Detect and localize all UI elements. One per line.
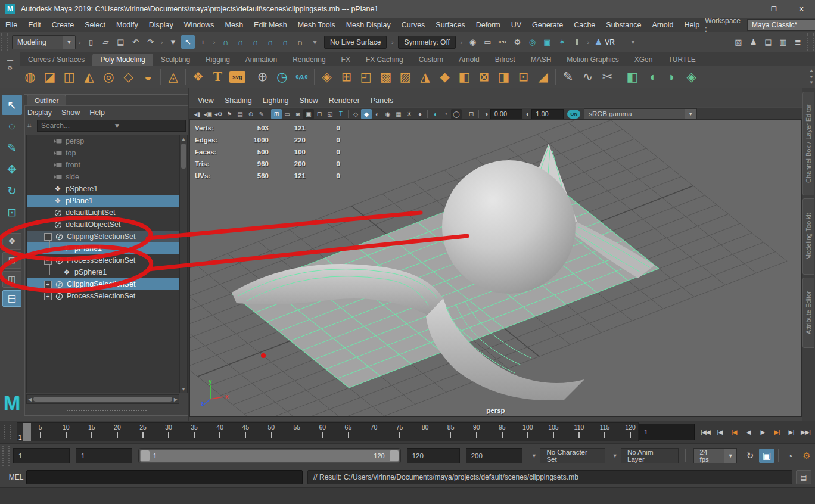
- type-tool-icon[interactable]: T: [208, 67, 228, 87]
- outliner-item-side[interactable]: side: [27, 171, 179, 183]
- shelf-tab-sculpting[interactable]: Sculpting: [153, 54, 198, 66]
- horizontal-scroll-thumb[interactable]: [33, 397, 172, 402]
- open-scene-icon[interactable]: ▱: [99, 35, 113, 49]
- redo-icon[interactable]: ↷: [144, 35, 157, 49]
- boolean-intersection-icon[interactable]: ◗: [662, 67, 682, 87]
- live-surface-field[interactable]: No Live Surface: [324, 36, 387, 49]
- panel-resize-handle[interactable]: [67, 410, 147, 411]
- side-tab-modeling-toolkit[interactable]: Modeling Toolkit: [802, 198, 814, 275]
- pause-viewport-icon[interactable]: ‖: [570, 35, 584, 49]
- fps-dropdown-arrow-icon[interactable]: ▼: [724, 449, 736, 463]
- symmetry-field[interactable]: Symmetry: Off: [398, 36, 455, 49]
- shelf-tab-arnold[interactable]: Arnold: [451, 54, 487, 66]
- shelf-tab-bifrost[interactable]: Bifrost: [487, 54, 523, 66]
- menu-set-selector[interactable]: Modeling▼: [12, 35, 76, 49]
- gate-mask-icon[interactable]: ▣: [303, 109, 314, 119]
- menu-select[interactable]: Select: [79, 21, 111, 29]
- select-tool[interactable]: ↖: [2, 95, 22, 115]
- undo-icon[interactable]: ↶: [129, 35, 142, 49]
- outliner-item-psphere1[interactable]: ❖pSphere1: [27, 183, 179, 195]
- wireframe-mode-icon[interactable]: ◇: [350, 109, 361, 119]
- play-forwards-button[interactable]: ▶: [755, 424, 770, 440]
- poly-cylinder-icon[interactable]: ◫: [60, 67, 79, 87]
- edge-flow-icon[interactable]: ◢: [533, 67, 553, 87]
- poly-disc-icon[interactable]: ◒: [138, 67, 158, 87]
- workspace-selector[interactable]: Maya Classic* ▼: [747, 19, 815, 31]
- use-default-material-icon[interactable]: ◉: [382, 109, 393, 119]
- shelf-menu-icon[interactable]: ▬: [5, 55, 15, 63]
- view-transform-dropdown-arrow-icon[interactable]: ▼: [685, 109, 696, 119]
- fps-selector[interactable]: 24 fps ▼: [693, 448, 737, 463]
- poly-sphere-icon[interactable]: ◍: [20, 67, 40, 87]
- step-forward-frame-button[interactable]: ▶|: [784, 424, 798, 440]
- ipr-render-icon[interactable]: IPR: [496, 35, 509, 49]
- menu-set-dropdown-arrow-icon[interactable]: ▼: [63, 36, 75, 49]
- multi-cut-icon[interactable]: ⊠: [474, 67, 494, 87]
- make-live-icon[interactable]: ∩: [293, 35, 307, 49]
- side-tab-attribute-editor[interactable]: Attribute Editor: [802, 278, 814, 348]
- textured-mode-icon[interactable]: ◐: [372, 109, 382, 119]
- menu-file[interactable]: File: [0, 21, 23, 29]
- command-result[interactable]: // Result: C:/Users/virinne/Documents/ma…: [307, 470, 792, 484]
- boolean-slice-icon[interactable]: ◈: [682, 67, 701, 87]
- menu-curves[interactable]: Curves: [396, 21, 431, 29]
- quad-draw-icon[interactable]: ⊡: [514, 67, 533, 87]
- boolean-union-icon[interactable]: ◧: [623, 67, 642, 87]
- current-frame-field[interactable]: 1: [639, 424, 695, 440]
- exposure-control[interactable]: ◑0.00: [484, 109, 522, 119]
- safe-action-icon[interactable]: ◱: [325, 109, 335, 119]
- attribute-editor-toggle-icon[interactable]: ▤: [761, 35, 775, 49]
- curve-pen-icon[interactable]: ✎: [558, 67, 578, 87]
- outliner-menu-show[interactable]: Show: [61, 108, 80, 117]
- edit-curve-icon[interactable]: ✂: [598, 67, 617, 87]
- layout-outliner-persp-button[interactable]: ▤: [2, 290, 21, 307]
- resolution-gate-icon[interactable]: ◙: [293, 109, 303, 119]
- viewport-menu-view[interactable]: View: [198, 97, 214, 105]
- render-settings-icon[interactable]: ⚙: [511, 35, 524, 49]
- shelf-tab-poly-modeling[interactable]: Poly Modeling: [92, 54, 153, 66]
- outliner-item-psphere1[interactable]: ❖pSphere1: [27, 266, 179, 278]
- grid-toggle-icon[interactable]: ⊞: [271, 109, 282, 119]
- animation-end-field[interactable]: 200: [466, 448, 522, 463]
- outliner-item-defaultlightset[interactable]: defaultLightSet: [27, 207, 179, 219]
- collapse-box-icon[interactable]: −: [44, 233, 52, 241]
- select-object-mode-icon[interactable]: ↖: [181, 35, 195, 49]
- outliner-filter-icon[interactable]: ⌗: [27, 122, 37, 130]
- command-language-label[interactable]: MEL: [6, 473, 26, 481]
- playback-end-field[interactable]: 120: [407, 448, 460, 463]
- move-tool[interactable]: ✥: [2, 159, 22, 179]
- lasso-select-tool[interactable]: ◌: [2, 116, 22, 136]
- shelf-tab-rendering[interactable]: Rendering: [285, 54, 333, 66]
- poly-cube-icon[interactable]: ◪: [40, 67, 60, 87]
- viewport-menu-shading[interactable]: Shading: [225, 97, 252, 105]
- shelf-tab-animation[interactable]: Animation: [238, 54, 285, 66]
- live-surface-dropdown-icon[interactable]: ▾: [308, 35, 322, 49]
- outliner-tab[interactable]: Outliner: [27, 95, 66, 106]
- snap-to-view-planes-icon[interactable]: ∩: [278, 35, 292, 49]
- paint-select-tool[interactable]: ✎: [2, 138, 22, 158]
- outliner-vertical-scrollbar[interactable]: ▲ ▼: [179, 135, 188, 393]
- go-to-start-button[interactable]: |◀◀: [698, 424, 713, 440]
- isolate-select-icon[interactable]: ⊡: [466, 109, 477, 119]
- save-scene-icon[interactable]: ▤: [114, 35, 127, 49]
- time-slider-track[interactable]: 1 51015202530354045505560657075808590951…: [17, 422, 639, 441]
- scale-tool[interactable]: ⊡: [2, 202, 22, 222]
- viewport-menu-panels[interactable]: Panels: [371, 97, 393, 105]
- toon-outline-icon[interactable]: ◎: [525, 35, 539, 49]
- select-hierarchy-mode-icon[interactable]: ▼: [166, 35, 180, 49]
- step-back-frame-button[interactable]: |◀: [713, 424, 727, 440]
- vr-dropdown-arrow-icon[interactable]: ▼: [630, 39, 636, 45]
- select-component-mode-icon[interactable]: +: [196, 35, 210, 49]
- menu-windows[interactable]: Windows: [179, 21, 220, 29]
- shelf-tab-turtle[interactable]: TURTLE: [660, 54, 703, 66]
- script-editor-icon[interactable]: ▤: [796, 470, 811, 484]
- range-start-handle[interactable]: [141, 450, 150, 461]
- search-dropdown-arrow-icon[interactable]: ▼: [110, 122, 186, 130]
- menu-modify[interactable]: Modify: [111, 21, 144, 29]
- expand-box-icon[interactable]: +: [44, 293, 52, 300]
- bevel-icon[interactable]: ◆: [435, 67, 455, 87]
- minimize-button[interactable]: —: [733, 0, 760, 18]
- auto-keyframe-icon[interactable]: ▣: [759, 449, 774, 463]
- smooth-shade-mode-icon[interactable]: ◆: [361, 109, 372, 119]
- shelf-tab-mash[interactable]: MASH: [523, 54, 559, 66]
